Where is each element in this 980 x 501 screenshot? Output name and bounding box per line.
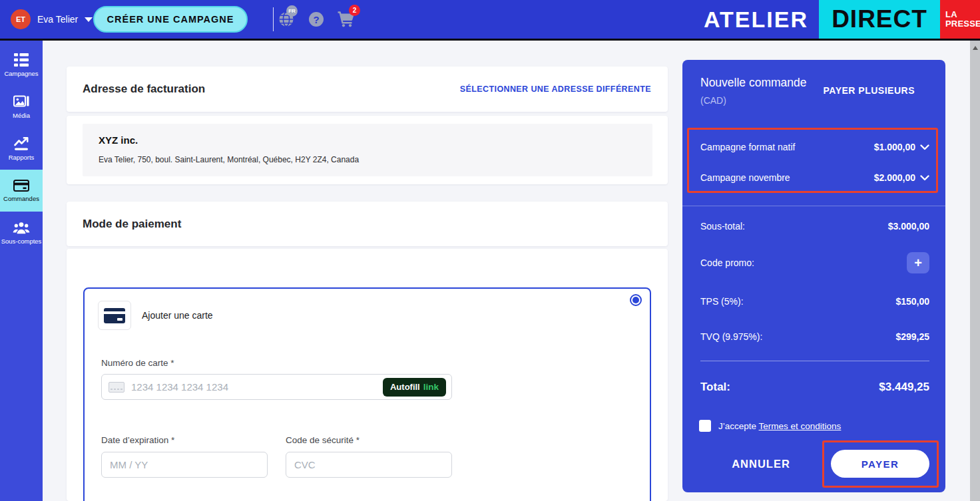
credit-card-icon (104, 308, 125, 323)
total-label: Total: (700, 381, 730, 394)
logo-presse: PRESSE (945, 19, 980, 29)
payment-title: Mode de paiement (83, 202, 181, 246)
billing-address-card: Adresse de facturation SÉLECTIONNER UNE … (67, 67, 668, 112)
tvq-label: TVQ (9.975%): (700, 331, 762, 342)
autofill-link-button[interactable]: Autofill link (383, 378, 446, 397)
pay-button[interactable]: PAYER (831, 450, 929, 478)
link-brand-label: link (423, 382, 439, 392)
terms-prefix: J’accepte (718, 421, 756, 431)
vertical-scrollbar[interactable] (970, 41, 980, 501)
tvq-value: $299,25 (895, 331, 929, 342)
chevron-down-icon[interactable] (920, 144, 929, 150)
tps-row: TPS (5%): $150,00 (700, 293, 929, 310)
chevron-down-icon[interactable] (920, 175, 929, 181)
help-icon[interactable]: ? (309, 12, 324, 27)
chevron-down-icon (85, 17, 93, 22)
expiry-label: Date d’expiration * (101, 435, 174, 445)
sidebar-label: Rapports (9, 154, 35, 161)
promo-code-row: Code promo: + (700, 251, 929, 274)
card-number-placeholder: 1234 1234 1234 1234 (131, 381, 383, 393)
reports-chart-icon (14, 137, 29, 150)
sidebar-item-commandes[interactable]: Commandes (0, 170, 43, 212)
avatar-initials: ET (16, 15, 25, 23)
cvc-label: Code de sécurité * (286, 435, 360, 445)
billing-title: Adresse de facturation (83, 67, 205, 112)
top-header: ET Eva Telier CRÉER UNE CAMPAGNE FR ? 2 … (0, 0, 980, 39)
promo-label: Code promo: (700, 257, 754, 268)
order-item-row[interactable]: Campagne format natif $1.000,00 (700, 138, 929, 156)
address-line: Eva Telier, 750, boul. Saint-Laurent, Mo… (99, 155, 359, 164)
select-different-address-link[interactable]: SÉLECTIONNER UNE ADRESSE DIFFÉRENTE (460, 67, 651, 112)
sidebar-label: Sous-comptes (1, 238, 42, 245)
add-promo-button[interactable]: + (907, 252, 929, 273)
sidebar-label: Campagnes (4, 70, 38, 77)
expiry-input[interactable] (101, 452, 268, 478)
campaigns-grid-icon (14, 53, 29, 67)
pay-multiple-button[interactable]: PAYER PLUSIEURS (824, 85, 915, 96)
card-number-input[interactable]: 1234 1234 1234 1234 Autofill link (101, 374, 452, 400)
order-title: Nouvelle commande (700, 76, 807, 90)
order-item-name: Campagne novembre (700, 172, 790, 183)
subaccounts-people-icon (13, 221, 30, 234)
sidebar: Campagnes Média Rapports Commandes (0, 41, 43, 501)
create-campaign-button[interactable]: CRÉER UNE CAMPAGNE (93, 6, 248, 33)
logo-la: LA (945, 10, 980, 19)
user-menu[interactable]: ET Eva Telier (11, 0, 93, 39)
terms-checkbox[interactable] (699, 420, 711, 432)
language-badge: FR (286, 5, 298, 17)
scrollbar-up-arrow-icon[interactable] (973, 46, 978, 50)
order-item-amount: $2.000,00 (874, 172, 915, 183)
credit-card-icon-box (98, 301, 131, 330)
user-name: Eva Telier (37, 14, 78, 25)
add-card-radio[interactable] (630, 294, 642, 306)
order-summary-panel: Nouvelle commande (CAD) PAYER PLUSIEURS … (682, 60, 945, 492)
total-value: $3.449,25 (879, 381, 929, 394)
terms-text: J’accepte Termes et conditions (718, 421, 841, 431)
tps-value: $150,00 (895, 296, 929, 307)
cancel-button[interactable]: ANNULER (721, 458, 801, 470)
add-card-panel: Ajouter une carte Numéro de carte * 1234… (83, 287, 651, 501)
logo-direct: DIRECT (819, 0, 940, 39)
sidebar-item-sous-comptes[interactable]: Sous-comptes (0, 212, 43, 253)
sidebar-label: Média (13, 112, 30, 119)
header-divider (273, 7, 274, 31)
subtotal-label: Sous-total: (700, 221, 745, 232)
address-box: XYZ inc. Eva Telier, 750, boul. Saint-La… (83, 124, 652, 176)
order-item-amount: $1.000,00 (874, 142, 915, 152)
order-item-row[interactable]: Campagne novembre $2.000,00 (700, 168, 929, 187)
sidebar-item-rapports[interactable]: Rapports (0, 128, 43, 170)
add-card-label: Ajouter une carte (142, 301, 213, 330)
header-underline (0, 39, 980, 41)
avatar[interactable]: ET (11, 9, 31, 29)
brand-logo: ATELIER DIRECT LA PRESSE (704, 0, 980, 39)
autofill-label: Autofill (390, 382, 420, 392)
tps-label: TPS (5%): (700, 296, 744, 307)
order-currency: (CAD) (700, 95, 726, 106)
total-row: Total: $3.449,25 (700, 377, 929, 397)
terms-row: J’accepte Termes et conditions (699, 420, 841, 432)
logo-lapresse: LA PRESSE (940, 0, 980, 39)
payment-form-card: Ajouter une carte Numéro de carte * 1234… (67, 249, 668, 501)
cart-count-badge: 2 (349, 5, 360, 16)
subtotal-value: $3.000,00 (888, 221, 929, 232)
sidebar-label: Commandes (3, 195, 39, 202)
billing-address-details-card: XYZ inc. Eva Telier, 750, boul. Saint-La… (67, 116, 668, 184)
panel-divider (700, 361, 929, 361)
orders-card-icon (13, 180, 29, 192)
sidebar-item-campagnes[interactable]: Campagnes (0, 44, 43, 86)
order-item-name: Campagne format natif (700, 142, 795, 152)
logo-atelier: ATELIER (704, 0, 819, 39)
media-image-icon (13, 95, 29, 108)
subtotal-row: Sous-total: $3.000,00 (700, 218, 929, 235)
card-number-label: Numéro de carte * (101, 358, 174, 368)
card-brand-placeholder-icon (109, 382, 124, 393)
payment-method-card: Mode de paiement (67, 202, 668, 246)
terms-link[interactable]: Termes et conditions (759, 421, 842, 431)
sidebar-item-media[interactable]: Média (0, 86, 43, 128)
company-name: XYZ inc. (99, 134, 138, 146)
tvq-row: TVQ (9.975%): $299,25 (700, 328, 929, 345)
cvc-input[interactable] (286, 452, 452, 478)
panel-divider (682, 206, 945, 206)
